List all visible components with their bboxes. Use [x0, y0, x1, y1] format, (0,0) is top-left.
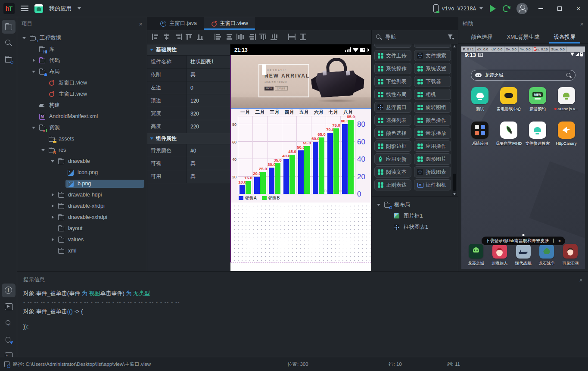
property-value[interactable]: 120 — [187, 94, 230, 107]
palette-item-旋转图组[interactable]: 旋转图组 — [414, 102, 451, 113]
property-value[interactable]: 真 — [187, 157, 230, 170]
property-section-header[interactable]: 基础属性 — [147, 44, 230, 56]
chevron-down-icon[interactable] — [40, 149, 47, 151]
tree-item[interactable]: 工程数据 — [17, 32, 147, 44]
tree-item[interactable]: AndroidManifest.xml — [17, 111, 147, 122]
tree-item[interactable]: 柱状图表1 — [372, 221, 458, 233]
app-龙石战争[interactable]: 龙石战争 — [535, 244, 558, 266]
distribute-top-icon[interactable] — [259, 34, 267, 41]
gamepad-app-icon[interactable] — [500, 87, 517, 104]
palette-item-选择列表[interactable]: 选择列表 — [374, 115, 411, 126]
tree-item[interactable]: 库 — [17, 44, 147, 55]
console-close-icon[interactable]: × — [579, 276, 583, 284]
assist-close-icon[interactable]: × — [580, 20, 584, 28]
tree-item[interactable]: drawable-xhdpi — [17, 200, 147, 212]
app-再见江湖[interactable]: 再见江湖 — [559, 244, 582, 266]
align-right-icon[interactable] — [174, 34, 182, 41]
chevron-right-icon[interactable] — [49, 193, 56, 196]
rail-item-search[interactable] — [2, 36, 16, 50]
chevron-down-icon[interactable] — [30, 127, 37, 129]
app-新游预约[interactable]: 新游预约 — [523, 87, 552, 112]
palette-item-音乐播放[interactable]: 音乐播放 — [414, 128, 451, 139]
palette-item-颜色选择[interactable]: 颜色选择 — [374, 128, 411, 139]
assist-tab-设备投屏[interactable]: 设备投屏 — [544, 31, 585, 44]
project-menu[interactable]: 我的应用 — [49, 5, 72, 12]
run-button[interactable] — [490, 5, 496, 12]
user-avatar[interactable] — [516, 3, 528, 14]
app-我要自学网HD[interactable]: 我要自学网HD — [495, 122, 523, 147]
palette-item-相机[interactable]: 相机 — [414, 89, 451, 100]
maximize-button[interactable] — [554, 4, 566, 13]
scrollbar-thumb[interactable] — [453, 174, 456, 191]
palette-item-应用更新[interactable]: 应用更新 — [374, 153, 411, 165]
property-section-header[interactable]: 组件属性 — [147, 133, 230, 144]
app-Autox.js v...[interactable]: Autox.js v... — [552, 87, 581, 112]
scroll-down-icon[interactable] — [453, 193, 456, 195]
tree-item[interactable]: 资源 — [17, 122, 147, 133]
girl-app-icon[interactable] — [492, 244, 507, 259]
rail-item-run-window[interactable] — [2, 300, 16, 314]
palette-search-icon[interactable] — [376, 34, 382, 40]
project-close-icon[interactable]: × — [139, 20, 143, 28]
palette-item-证件相机[interactable]: 证件相机 — [414, 179, 451, 190]
palette-item-文件搜索[interactable]: 文件搜索 — [414, 50, 451, 61]
bird-app-icon[interactable] — [558, 122, 575, 139]
assist-tab-颜色选择[interactable]: 颜色选择 — [461, 31, 502, 44]
align-left-icon[interactable] — [152, 34, 160, 41]
chevron-right-icon[interactable] — [30, 59, 37, 62]
align-top-icon[interactable] — [185, 34, 193, 41]
distribute-middle-icon[interactable] — [236, 34, 245, 41]
filter-icon[interactable] — [448, 34, 454, 40]
app-龙魂旅人[interactable]: 龙魂旅人 — [488, 244, 511, 266]
dragon-app-icon[interactable] — [539, 244, 554, 259]
droid2-app-icon[interactable] — [529, 122, 546, 139]
tree-item[interactable]: icon.png — [17, 167, 147, 178]
rail-item-info[interactable] — [2, 284, 16, 297]
chevron-down-icon[interactable] — [78, 7, 81, 9]
property-value[interactable]: 真 — [187, 170, 230, 183]
device-mirror[interactable]: P: 0 / 1dX: 0.0dY: 0.0Xv: 0.0Yv: 0.0Prs:… — [461, 46, 585, 269]
app-雷电游戏中心[interactable]: 雷电游戏中心 — [495, 87, 523, 112]
palette-item-悬浮窗口[interactable]: 悬浮窗口 — [374, 102, 411, 113]
tree-item[interactable]: layout — [17, 223, 147, 234]
close-button[interactable]: × — [572, 4, 585, 13]
palette-item-圆形图片[interactable]: 圆形图片 — [414, 153, 451, 165]
app-HttpCanary[interactable]: HttpCanary — [552, 122, 581, 147]
palette-item-颜色操作[interactable]: 颜色操作 — [414, 115, 451, 126]
distribute-center-h-icon[interactable] — [225, 34, 233, 41]
tree-item[interactable]: assets — [17, 133, 147, 144]
tree-item[interactable]: 新窗口.view — [17, 77, 147, 88]
tab-主窗口.java[interactable]: C主窗口.java — [153, 17, 204, 30]
assist-tab-XML背景生成[interactable]: XML背景生成 — [502, 31, 544, 44]
distribute-left-icon[interactable] — [214, 34, 222, 41]
palette-item-下载器[interactable]: 下载器 — [414, 76, 451, 87]
autox-app-icon[interactable] — [558, 87, 575, 104]
chevron-down-icon[interactable] — [49, 160, 56, 162]
palette-search-label[interactable]: 导航 — [385, 33, 396, 41]
chevron-down-icon[interactable] — [21, 37, 28, 39]
tree-item[interactable]: drawable-xxhdpi — [17, 212, 147, 223]
image-frame-component[interactable]: TUESDAY// NEW ARRIVAL 17SS 春季上新第2波 09/10… — [231, 55, 371, 108]
device-selector[interactable]: vivo V2218A — [442, 6, 476, 12]
sprout-app-icon[interactable] — [500, 122, 517, 139]
design-surface[interactable]: TUESDAY// NEW ARRIVAL 17SS 春季上新第2波 09/10… — [230, 55, 371, 262]
rail-item-folder-watch[interactable] — [2, 53, 16, 66]
palette-item-文件上传[interactable]: 文件上传 — [374, 50, 411, 61]
mirror-search-icon[interactable] — [566, 72, 571, 78]
app-现代战舰[interactable]: 现代战舰 — [512, 244, 535, 266]
property-value[interactable]: 柱状图表1 — [187, 56, 230, 68]
app-测试[interactable]: 测试 — [466, 87, 495, 112]
scroll-up-icon[interactable] — [453, 45, 456, 47]
palette-item-应用操作[interactable]: 应用操作 — [414, 140, 451, 152]
tree-item[interactable]: 代码 — [17, 55, 147, 66]
rail-item-folder[interactable] — [2, 20, 16, 34]
grid-app-icon[interactable] — [471, 122, 488, 139]
align-center-h-icon[interactable] — [163, 34, 171, 41]
hamburger-menu-icon[interactable] — [21, 6, 28, 11]
property-value[interactable]: 真 — [187, 69, 230, 81]
palette-item-clipped[interactable] — [414, 44, 451, 48]
distribute-right-icon[interactable] — [248, 34, 256, 41]
chevron-right-icon[interactable] — [49, 204, 56, 208]
chevron-down-icon[interactable] — [375, 204, 382, 206]
tree-item[interactable]: values — [17, 234, 147, 245]
